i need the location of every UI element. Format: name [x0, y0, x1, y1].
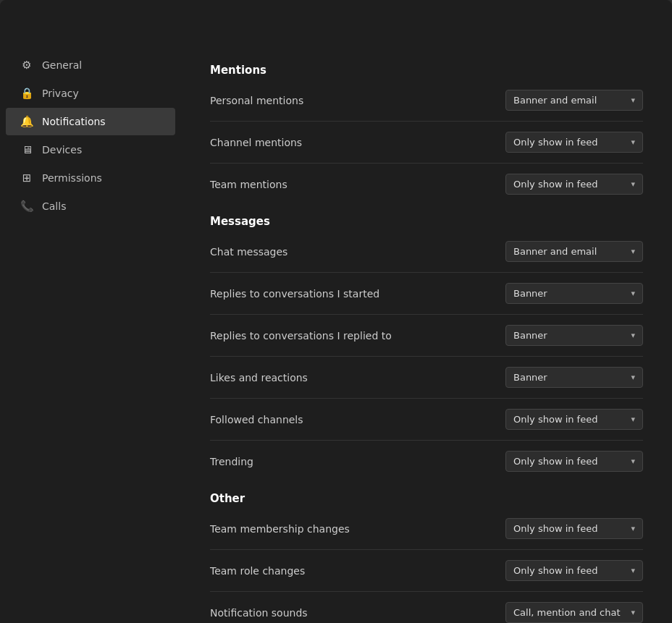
dropdown-text-notification-sounds: Call, mention and chat: [513, 607, 623, 618]
setting-label-replies-started: Replies to conversations I started: [210, 288, 505, 300]
privacy-icon: 🔒: [20, 87, 33, 100]
dropdown-team-membership[interactable]: Only show in feed▾: [505, 518, 643, 539]
sidebar-item-permissions[interactable]: ⊞Permissions: [6, 164, 175, 192]
dropdown-text-personal-mentions: Banner and email: [513, 95, 623, 106]
general-icon: ⚙: [20, 59, 33, 72]
chevron-down-icon: ▾: [631, 566, 635, 575]
chevron-down-icon: ▾: [631, 415, 635, 424]
setting-label-team-mentions: Team mentions: [210, 179, 505, 190]
dropdown-text-team-role: Only show in feed: [513, 565, 623, 576]
sidebar-item-notifications[interactable]: 🔔Notifications: [6, 108, 175, 135]
dropdown-replies-started[interactable]: Banner▾: [505, 283, 643, 304]
sidebar-item-privacy[interactable]: 🔒Privacy: [6, 80, 175, 107]
chevron-down-icon: ▾: [631, 524, 635, 533]
divider: [210, 549, 643, 550]
section-title-mentions: Mentions: [210, 64, 643, 77]
chevron-down-icon: ▾: [631, 608, 635, 617]
setting-label-chat-messages: Chat messages: [210, 246, 505, 258]
setting-row-replies-replied: Replies to conversations I replied toBan…: [210, 318, 643, 353]
chevron-down-icon: ▾: [631, 289, 635, 298]
dropdown-text-team-mentions: Only show in feed: [513, 179, 623, 190]
setting-label-team-role: Team role changes: [210, 565, 505, 577]
setting-label-likes-reactions: Likes and reactions: [210, 372, 505, 383]
sidebar-item-label-privacy: Privacy: [42, 88, 79, 99]
sidebar-item-label-devices: Devices: [42, 144, 82, 156]
calls-icon: 📞: [20, 200, 33, 213]
permissions-icon: ⊞: [20, 171, 33, 185]
dropdown-likes-reactions[interactable]: Banner▾: [505, 367, 643, 388]
sidebar-item-general[interactable]: ⚙General: [6, 51, 175, 79]
dropdown-team-mentions[interactable]: Only show in feed▾: [505, 174, 643, 195]
dropdown-chat-messages[interactable]: Banner and email▾: [505, 241, 643, 262]
title-bar: [0, 0, 672, 43]
setting-row-replies-started: Replies to conversations I startedBanner…: [210, 276, 643, 311]
divider: [210, 163, 643, 164]
sidebar: ⚙General🔒Privacy🔔Notifications🖥Devices⊞P…: [0, 43, 181, 623]
dropdown-replies-replied[interactable]: Banner▾: [505, 325, 643, 346]
section-messages: MessagesChat messagesBanner and email▾Re…: [210, 215, 643, 479]
divider: [210, 272, 643, 273]
setting-row-chat-messages: Chat messagesBanner and email▾: [210, 234, 643, 269]
dropdown-text-replies-replied: Banner: [513, 330, 623, 341]
settings-body: ⚙General🔒Privacy🔔Notifications🖥Devices⊞P…: [0, 43, 672, 623]
sidebar-item-label-notifications: Notifications: [42, 116, 106, 127]
settings-window: ⚙General🔒Privacy🔔Notifications🖥Devices⊞P…: [0, 0, 672, 623]
dropdown-team-role[interactable]: Only show in feed▾: [505, 560, 643, 581]
chevron-down-icon: ▾: [631, 331, 635, 340]
sidebar-item-calls[interactable]: 📞Calls: [6, 192, 175, 220]
setting-label-followed-channels: Followed channels: [210, 414, 505, 425]
divider: [210, 591, 643, 592]
chevron-down-icon: ▾: [631, 137, 635, 147]
setting-label-personal-mentions: Personal mentions: [210, 95, 505, 106]
dropdown-notification-sounds[interactable]: Call, mention and chat▾: [505, 602, 643, 623]
dropdown-text-team-membership: Only show in feed: [513, 523, 623, 534]
sidebar-item-label-general: General: [42, 59, 82, 71]
dropdown-channel-mentions[interactable]: Only show in feed▾: [505, 132, 643, 153]
divider: [210, 440, 643, 441]
setting-row-team-mentions: Team mentionsOnly show in feed▾: [210, 166, 643, 202]
dropdown-trending[interactable]: Only show in feed▾: [505, 451, 643, 472]
setting-row-channel-mentions: Channel mentionsOnly show in feed▾: [210, 124, 643, 160]
section-title-other: Other: [210, 492, 643, 505]
setting-label-replies-replied: Replies to conversations I replied to: [210, 330, 505, 342]
chevron-down-icon: ▾: [631, 457, 635, 466]
dropdown-text-replies-started: Banner: [513, 288, 623, 299]
setting-label-channel-mentions: Channel mentions: [210, 137, 505, 148]
section-mentions: MentionsPersonal mentionsBanner and emai…: [210, 64, 643, 202]
close-button[interactable]: [633, 14, 655, 36]
setting-label-notification-sounds: Notification sounds: [210, 607, 505, 619]
setting-row-likes-reactions: Likes and reactionsBanner▾: [210, 360, 643, 395]
divider: [210, 356, 643, 357]
divider: [210, 121, 643, 122]
dropdown-text-followed-channels: Only show in feed: [513, 414, 623, 425]
dropdown-personal-mentions[interactable]: Banner and email▾: [505, 90, 643, 111]
chevron-down-icon: ▾: [631, 373, 635, 382]
main-content: MentionsPersonal mentionsBanner and emai…: [181, 43, 672, 623]
setting-row-notification-sounds: Notification soundsCall, mention and cha…: [210, 595, 643, 623]
setting-row-trending: TrendingOnly show in feed▾: [210, 444, 643, 479]
setting-row-team-membership: Team membership changesOnly show in feed…: [210, 511, 643, 546]
setting-row-personal-mentions: Personal mentionsBanner and email▾: [210, 82, 643, 118]
sidebar-item-label-calls: Calls: [42, 200, 66, 212]
setting-label-team-membership: Team membership changes: [210, 523, 505, 535]
notifications-icon: 🔔: [20, 115, 33, 128]
section-other: OtherTeam membership changesOnly show in…: [210, 492, 643, 623]
dropdown-followed-channels[interactable]: Only show in feed▾: [505, 409, 643, 430]
dropdown-text-chat-messages: Banner and email: [513, 246, 623, 257]
dropdown-text-trending: Only show in feed: [513, 456, 623, 467]
section-title-messages: Messages: [210, 215, 643, 228]
sidebar-item-devices[interactable]: 🖥Devices: [6, 136, 175, 164]
dropdown-text-channel-mentions: Only show in feed: [513, 137, 623, 148]
chevron-down-icon: ▾: [631, 179, 635, 189]
chevron-down-icon: ▾: [631, 247, 635, 256]
sidebar-item-label-permissions: Permissions: [42, 172, 102, 184]
devices-icon: 🖥: [20, 143, 33, 156]
setting-label-trending: Trending: [210, 456, 505, 467]
divider: [210, 398, 643, 399]
setting-row-followed-channels: Followed channelsOnly show in feed▾: [210, 402, 643, 437]
setting-row-team-role: Team role changesOnly show in feed▾: [210, 553, 643, 588]
dropdown-text-likes-reactions: Banner: [513, 372, 623, 383]
divider: [210, 314, 643, 315]
chevron-down-icon: ▾: [631, 96, 635, 105]
